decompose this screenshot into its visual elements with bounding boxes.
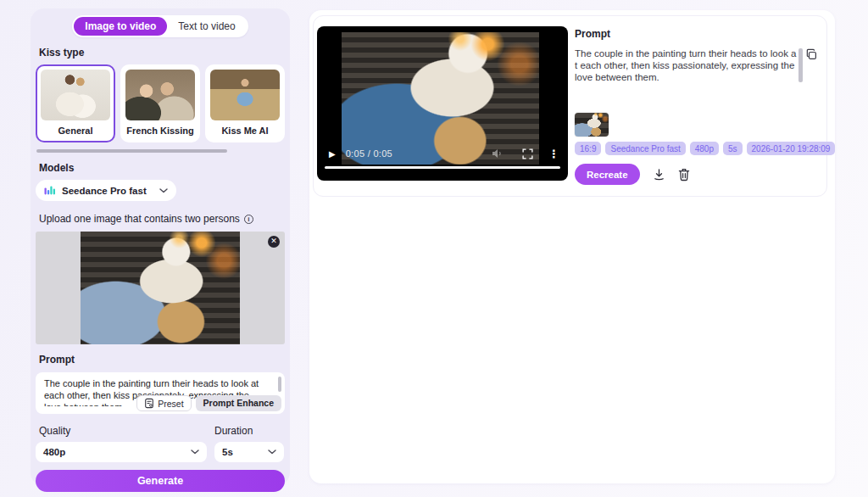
kiss-type-scrollbar[interactable] xyxy=(36,149,227,153)
video-time: 0:05 / 0:05 xyxy=(346,148,392,159)
kiss-type-general[interactable]: General xyxy=(36,64,115,142)
info-icon[interactable]: i xyxy=(244,215,253,224)
kiss-type-kissme-label: Kiss Me AI xyxy=(210,120,280,137)
tag-quality: 480p xyxy=(690,142,719,155)
preset-icon xyxy=(144,398,154,409)
prompt-scrollbar[interactable] xyxy=(278,377,281,392)
source-image-thumbnail[interactable] xyxy=(575,113,609,137)
tag-aspect-ratio: 16:9 xyxy=(575,142,601,155)
result-prompt-scrollbar[interactable] xyxy=(798,48,803,82)
models-label: Models xyxy=(39,162,285,174)
result-actions: Recreate xyxy=(575,164,690,185)
video-player[interactable]: ▶ 0:05 / 0:05 ⋮ xyxy=(317,26,568,181)
copy-icon[interactable] xyxy=(805,48,818,64)
duration-selected-value: 5s xyxy=(222,447,268,457)
upload-label: Upload one image that contains two perso… xyxy=(39,213,240,225)
delete-icon[interactable] xyxy=(678,168,690,181)
preset-button[interactable]: Preset xyxy=(136,395,191,411)
mode-tabs: Image to video Text to video xyxy=(72,15,248,37)
kiss-type-french-image xyxy=(125,70,195,120)
kiss-type-kissme-image xyxy=(210,70,280,120)
download-icon[interactable] xyxy=(653,168,665,181)
kiss-type-general-image xyxy=(41,70,110,120)
prompt-box: The couple in the painting turn their he… xyxy=(36,372,285,414)
volume-muted-icon[interactable] xyxy=(492,148,504,159)
results-panel: ▶ 0:05 / 0:05 ⋮ Prompt The couple in the… xyxy=(309,10,835,483)
kiss-type-general-label: General xyxy=(41,120,110,137)
result-tags: 16:9 Seedance Pro fast 480p 5s 2026-01-2… xyxy=(575,142,835,155)
video-frame xyxy=(342,32,539,165)
kiss-type-french-kissing[interactable]: French Kissing xyxy=(120,64,200,142)
kiss-type-french-label: French Kissing xyxy=(125,120,195,137)
duration-select[interactable]: 5s xyxy=(214,442,284,462)
kiss-type-options: General French Kissing Kiss Me AI xyxy=(36,64,285,142)
chevron-down-icon xyxy=(191,450,199,455)
recreate-button[interactable]: Recreate xyxy=(575,164,640,185)
preset-button-label: Preset xyxy=(158,399,183,409)
prompt-label: Prompt xyxy=(39,354,285,366)
upload-preview-area: ✕ xyxy=(36,232,285,344)
prompt-enhance-button[interactable]: Prompt Enhance xyxy=(196,395,281,411)
remove-image-button[interactable]: ✕ xyxy=(268,236,280,248)
chevron-down-icon xyxy=(268,450,276,455)
uploaded-image xyxy=(81,232,240,344)
generate-button[interactable]: Generate xyxy=(36,470,285,492)
upload-label-row: Upload one image that contains two perso… xyxy=(39,213,285,225)
tab-text-to-video[interactable]: Text to video xyxy=(167,17,246,36)
kiss-type-kiss-me-ai[interactable]: Kiss Me AI xyxy=(205,64,285,142)
result-prompt-text: The couple in the painting turn their he… xyxy=(575,47,798,83)
quality-duration-selects: 480p 5s xyxy=(36,442,285,462)
model-selected-value: Seedance Pro fast xyxy=(62,186,153,196)
tag-datetime: 2026-01-20 19:28:09 xyxy=(747,142,836,155)
duration-label: Duration xyxy=(214,425,253,437)
player-controls: ▶ 0:05 / 0:05 ⋮ xyxy=(329,146,559,161)
quality-select[interactable]: 480p xyxy=(36,442,207,462)
model-select[interactable]: Seedance Pro fast xyxy=(36,180,176,201)
tag-model: Seedance Pro fast xyxy=(605,142,685,155)
generation-result-card: ▶ 0:05 / 0:05 ⋮ Prompt The couple in the… xyxy=(313,15,827,197)
chevron-down-icon xyxy=(159,188,168,193)
quality-selected-value: 480p xyxy=(43,447,191,457)
generation-settings-panel: Image to video Text to video Kiss type G… xyxy=(31,8,290,486)
kiss-type-label: Kiss type xyxy=(39,47,285,59)
fullscreen-icon[interactable] xyxy=(522,148,533,159)
prompt-actions: Preset Prompt Enhance xyxy=(136,395,281,411)
quality-duration-labels: Quality Duration xyxy=(36,425,285,437)
result-details: Prompt The couple in the painting turn t… xyxy=(575,16,825,196)
tag-duration: 5s xyxy=(723,142,743,155)
result-prompt-label: Prompt xyxy=(575,28,825,40)
tab-image-to-video[interactable]: Image to video xyxy=(74,17,167,36)
player-menu-icon[interactable]: ⋮ xyxy=(548,148,559,160)
video-progress-bar[interactable] xyxy=(325,166,560,169)
quality-label: Quality xyxy=(36,425,214,437)
model-bars-icon xyxy=(44,186,56,196)
play-icon[interactable]: ▶ xyxy=(329,149,336,159)
